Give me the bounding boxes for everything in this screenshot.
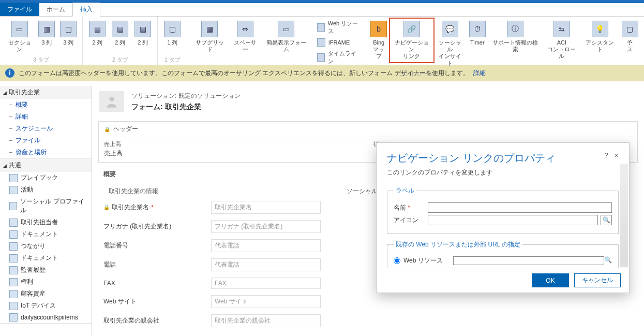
ribbon-subgrid[interactable]: ▦サブグリッド [190, 19, 229, 55]
tab-insert[interactable]: 挿入 [72, 3, 100, 17]
entity-icon [9, 230, 18, 239]
sidebar-item[interactable]: 詳細 [0, 111, 92, 123]
sidebar-item[interactable]: 監査履歴 [0, 264, 92, 276]
field-label: FAX [103, 280, 207, 287]
field-input[interactable]: Web サイト [211, 295, 321, 308]
ribbon-webresource[interactable]: Web リソース [317, 20, 362, 35]
info-link[interactable]: 詳細 [473, 69, 486, 78]
cols-icon: ▤ [89, 21, 106, 37]
entity-icon [9, 313, 18, 322]
ribbon-predict[interactable]: ▢予 ス [619, 19, 641, 55]
grid-icon: ▦ [201, 21, 218, 37]
sidebar-item[interactable]: ドキュメント [0, 252, 92, 264]
field-input[interactable]: 代表電話 [211, 258, 321, 271]
sidebar-item[interactable]: 活動 [0, 184, 92, 196]
sidebar-item[interactable]: 顧客資産 [0, 288, 92, 300]
map-icon: b [370, 21, 387, 37]
field-label: Web サイト [103, 297, 207, 306]
ribbon-2col-b[interactable]: ▤2 列 [109, 19, 131, 55]
field-input[interactable]: 取引先企業の親会社 [211, 314, 321, 327]
radio-external-url-label: 外部 URL [403, 267, 450, 268]
entity-icon [9, 254, 18, 263]
dialog-scrollbar[interactable] [620, 164, 628, 267]
sidebar-item[interactable]: IoT デバイス [0, 300, 92, 312]
knowledge-icon: ⓘ [507, 21, 523, 37]
tab-home[interactable]: ホーム [39, 3, 72, 16]
cols-icon: ▢ [164, 21, 181, 37]
cancel-button[interactable]: キャンセル [574, 273, 621, 287]
ribbon-aci[interactable]: ⇆ACI コントロール [543, 19, 581, 62]
entity-icon [9, 219, 18, 227]
entity-icon [9, 242, 18, 251]
field-input[interactable]: フリガナ (取引先企業名) [211, 220, 321, 233]
ribbon-spacer[interactable]: ⇔スペーサー [229, 19, 262, 55]
ribbon-3col-b[interactable]: ▥3 列 [57, 19, 79, 55]
sidebar-item[interactable]: ドキュメント [0, 228, 92, 240]
header-section-title: ヘッダー [113, 125, 138, 134]
ribbon-timeline[interactable]: タイムライン [317, 50, 362, 65]
sidebar-item[interactable]: ソーシャル プロファイル [0, 196, 92, 216]
fieldset-label: ラベル 名前 * アイコン 🔍 [387, 186, 619, 234]
sidebar-item[interactable]: dailyaccountkpiitems [0, 312, 92, 323]
ribbon-2col-a[interactable]: ▤2 列 [86, 19, 109, 55]
dialog-title: ナビゲーション リンクのプロパティ [387, 151, 604, 165]
sidebar-item[interactable]: 概要 [0, 99, 92, 111]
webresource-input[interactable] [453, 256, 604, 265]
field-input[interactable]: FAX [211, 278, 321, 289]
field-label: 売上高 [104, 140, 363, 148]
ribbon-navigation-link[interactable]: 🔗ナビゲーション リンク [390, 19, 433, 62]
name-input[interactable] [428, 202, 612, 213]
legend-resource: 既存の Web リソースまたは外部 URL の指定 [394, 240, 522, 249]
sidebar-header-account[interactable]: ◢取引先企業 [0, 86, 92, 99]
lock-icon: 🔒 [103, 205, 110, 210]
webresource-picker-button[interactable]: 🔍 [604, 256, 612, 265]
ribbon-timer[interactable]: ⏱Timer [467, 19, 488, 48]
field-label: 取引先企業名 [112, 203, 149, 212]
ok-button[interactable]: OK [532, 273, 569, 287]
form-value: 取引先企業 [165, 103, 201, 111]
field-input[interactable]: 取引先企業名 [211, 201, 321, 214]
sidebar-item[interactable]: ファイル [0, 135, 92, 147]
info-text: このフォームは高密度ヘッダーを使用しています。このフォームで最高のオーサリング … [19, 69, 469, 78]
ribbon-3col-a[interactable]: ▥3 列 [36, 19, 57, 55]
sidebar: ◢取引先企業 概要 詳細 スケジュール ファイル 資産と場所 ◢共通 プレイブッ… [0, 86, 92, 335]
sidebar-item[interactable]: スケジュール [0, 123, 92, 135]
sidebar-item[interactable]: つながり [0, 240, 92, 252]
info-icon: i [5, 68, 14, 78]
group-label-1tab: 1 タブ [164, 55, 181, 64]
field-label: フリガナ (取引先企業名) [103, 222, 207, 231]
globe-icon [317, 23, 325, 32]
sidebar-item[interactable]: プレイブック [0, 172, 92, 184]
sidebar-item[interactable]: 資産と場所 [0, 147, 92, 158]
iframe-icon [317, 38, 325, 47]
name-label: 名前 [394, 204, 406, 211]
entity-icon [9, 278, 18, 286]
icon-picker-button[interactable]: 🔍 [601, 215, 612, 225]
dialog-help[interactable]: ? [604, 151, 608, 159]
icon-input[interactable] [428, 215, 598, 225]
sidebar-item[interactable]: 取引先担当者 [0, 216, 92, 228]
ribbon-social[interactable]: 💬ソーシャル インサイト [433, 19, 467, 69]
fieldset-resource: 既存の Web リソースまたは外部 URL の指定 Web リソース 🔍 外部 … [387, 240, 619, 268]
ribbon-bingmap[interactable]: bBing マップ [368, 19, 390, 62]
cols-icon: ▥ [60, 21, 77, 37]
timeline-icon [317, 53, 325, 62]
ribbon-section[interactable]: ▭セクション [3, 19, 36, 55]
sidebar-header-common[interactable]: ◢共通 [0, 159, 92, 172]
ribbon-assistant[interactable]: 💡アシスタント [581, 19, 619, 55]
ribbon-quickview[interactable]: ▭簡易表示フォーム [262, 19, 311, 55]
field-label: 電話 [103, 260, 207, 269]
ribbon-1col[interactable]: ▢1 列 [161, 19, 184, 55]
tab-file[interactable]: ファイル [0, 3, 39, 16]
field-placeholder[interactable]: 売上高 [104, 148, 363, 159]
dialog-close[interactable]: × [615, 151, 619, 159]
field-label: 取引先企業の親会社 [103, 316, 207, 325]
ribbon-2col-c[interactable]: ▤2 列 [131, 19, 154, 55]
field-label: 電話番号 [103, 241, 207, 250]
field-input[interactable]: 代表電話 [211, 239, 321, 252]
sidebar-item[interactable]: 権利 [0, 276, 92, 288]
radio-webresource[interactable] [394, 257, 400, 264]
subsection-info: 取引先企業の情報 [103, 185, 321, 198]
ribbon-iframe[interactable]: IFRAME [317, 38, 362, 47]
ribbon-knowledge[interactable]: ⓘサポート情報の検索 [488, 19, 543, 55]
